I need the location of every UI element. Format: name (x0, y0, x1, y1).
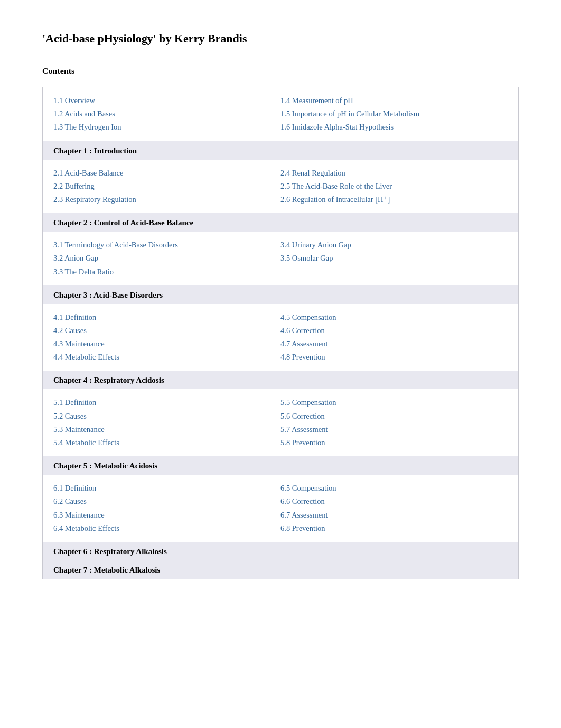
chapter-right-col-ch6: 6.5 Compensation6.6 Correction6.7 Assess… (280, 482, 508, 535)
toc-link[interactable]: 4.7 Assessment (280, 338, 508, 350)
chapter-left-col-ch4: 4.1 Definition4.2 Causes4.3 Maintenance4… (53, 311, 280, 364)
chapter-header-ch6: Chapter 6 : Respiratory Alkalosis (43, 542, 518, 560)
toc-link[interactable]: 5.3 Maintenance (53, 423, 280, 436)
toc-link[interactable]: 3.3 The Delta Ratio (53, 266, 280, 278)
chapter-right-col-ch3: 3.4 Urinary Anion Gap3.5 Osmolar Gap (280, 239, 508, 278)
toc-link[interactable]: 1.4 Measurement of pH (280, 95, 508, 107)
toc-link[interactable]: 4.2 Causes (53, 325, 280, 337)
toc-link[interactable]: 3.1 Terminology of Acid-Base Disorders (53, 239, 280, 251)
toc-link[interactable]: 1.6 Imidazole Alpha-Stat Hypothesis (280, 121, 508, 133)
toc-link[interactable]: 1.1 Overview (53, 95, 280, 107)
chapter-header-ch5: Chapter 5 : Metabolic Acidosis (43, 456, 518, 475)
chapter-left-col-ch6: 6.1 Definition6.2 Causes6.3 Maintenance6… (53, 482, 280, 535)
toc-link[interactable]: 5.5 Compensation (280, 397, 508, 409)
toc-link[interactable]: 5.4 Metabolic Effects (53, 437, 280, 449)
chapter-header-ch1: Chapter 1 : Introduction (43, 141, 518, 160)
toc-link[interactable]: 6.8 Prevention (280, 522, 508, 535)
chapter-right-col-ch1: 1.4 Measurement of pH1.5 Importance of p… (280, 95, 508, 134)
toc-link[interactable]: 1.3 The Hydrogen Ion (53, 121, 280, 133)
toc-link[interactable]: 6.2 Causes (53, 495, 280, 508)
toc-link[interactable]: 6.3 Maintenance (53, 509, 280, 521)
contents-label: Contents (42, 67, 519, 76)
chapter-left-col-ch2: 2.1 Acid-Base Balance2.2 Buffering2.3 Re… (53, 167, 280, 206)
toc-link[interactable]: 6.6 Correction (280, 495, 508, 508)
toc-link[interactable]: 2.1 Acid-Base Balance (53, 167, 280, 179)
chapter-right-col-ch4: 4.5 Compensation4.6 Correction4.7 Assess… (280, 311, 508, 364)
chapter-header-ch7: Chapter 7 : Metabolic Alkalosis (43, 560, 518, 579)
chapter-links-ch1: 1.1 Overview1.2 Acids and Bases1.3 The H… (43, 87, 518, 141)
chapter-right-col-ch5: 5.5 Compensation5.6 Correction5.7 Assess… (280, 397, 508, 449)
toc-link[interactable]: 2.4 Renal Regulation (280, 167, 508, 179)
toc-link[interactable]: 5.7 Assessment (280, 423, 508, 436)
chapter-links-ch4: 4.1 Definition4.2 Causes4.3 Maintenance4… (43, 304, 518, 371)
toc-link[interactable]: 1.5 Importance of pH in Cellular Metabol… (280, 108, 508, 120)
toc-link[interactable]: 4.4 Metabolic Effects (53, 351, 280, 363)
chapter-header-ch3: Chapter 3 : Acid-Base Disorders (43, 285, 518, 304)
toc-link[interactable]: 4.8 Prevention (280, 351, 508, 363)
toc-container: 1.1 Overview1.2 Acids and Bases1.3 The H… (42, 87, 519, 579)
toc-link[interactable]: 5.8 Prevention (280, 437, 508, 449)
chapter-left-col-ch3: 3.1 Terminology of Acid-Base Disorders3.… (53, 239, 280, 278)
toc-link[interactable]: 6.4 Metabolic Effects (53, 522, 280, 535)
chapter-header-ch2: Chapter 2 : Control of Acid-Base Balance (43, 213, 518, 232)
toc-link[interactable]: 3.5 Osmolar Gap (280, 252, 508, 264)
toc-link[interactable]: 2.6 Regulation of Intracellular [H⁺] (280, 193, 508, 206)
toc-link[interactable]: 5.1 Definition (53, 397, 280, 409)
toc-link[interactable]: 6.5 Compensation (280, 482, 508, 494)
chapter-header-ch4: Chapter 4 : Respiratory Acidosis (43, 371, 518, 389)
chapter-links-ch2: 2.1 Acid-Base Balance2.2 Buffering2.3 Re… (43, 160, 518, 214)
toc-link[interactable]: 4.6 Correction (280, 325, 508, 337)
toc-link[interactable]: 4.3 Maintenance (53, 338, 280, 350)
toc-link[interactable]: 6.7 Assessment (280, 509, 508, 521)
chapter-left-col-ch5: 5.1 Definition5.2 Causes5.3 Maintenance5… (53, 397, 280, 449)
toc-link[interactable]: 3.2 Anion Gap (53, 252, 280, 264)
toc-link[interactable]: 2.3 Respiratory Regulation (53, 193, 280, 206)
toc-link[interactable]: 4.5 Compensation (280, 311, 508, 324)
toc-link[interactable]: 4.1 Definition (53, 311, 280, 324)
toc-link[interactable]: 1.2 Acids and Bases (53, 108, 280, 120)
chapter-links-ch5: 5.1 Definition5.2 Causes5.3 Maintenance5… (43, 389, 518, 456)
chapter-links-ch3: 3.1 Terminology of Acid-Base Disorders3.… (43, 232, 518, 285)
chapter-left-col-ch1: 1.1 Overview1.2 Acids and Bases1.3 The H… (53, 95, 280, 134)
chapter-right-col-ch2: 2.4 Renal Regulation2.5 The Acid-Base Ro… (280, 167, 508, 206)
toc-link[interactable]: 2.2 Buffering (53, 180, 280, 192)
toc-link[interactable]: 2.5 The Acid-Base Role of the Liver (280, 180, 508, 192)
toc-link[interactable]: 6.1 Definition (53, 482, 280, 494)
toc-link[interactable]: 5.2 Causes (53, 410, 280, 422)
chapter-links-ch6: 6.1 Definition6.2 Causes6.3 Maintenance6… (43, 475, 518, 542)
page-title: 'Acid-base pHysiology' by Kerry Brandis (42, 32, 519, 45)
toc-link[interactable]: 5.6 Correction (280, 410, 508, 422)
toc-link[interactable]: 3.4 Urinary Anion Gap (280, 239, 508, 251)
